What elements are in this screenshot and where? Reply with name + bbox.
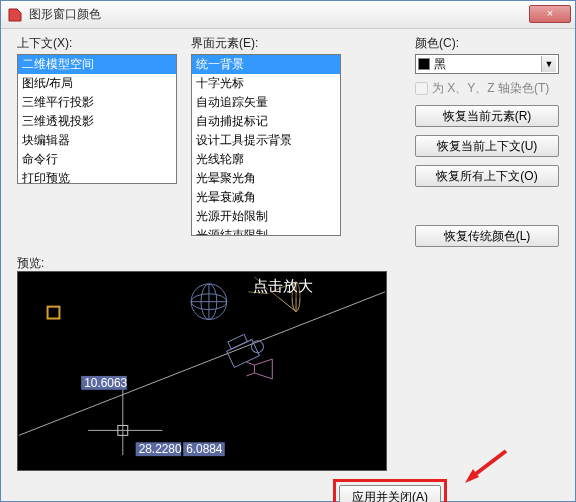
chevron-down-icon: ▼ — [541, 56, 556, 72]
tint-checkbox-row[interactable]: 为 X、Y、Z 轴染色(T) — [415, 80, 563, 97]
svg-text:10.6063: 10.6063 — [84, 376, 127, 390]
close-button[interactable]: × — [529, 5, 571, 23]
annotation-arrow-icon — [461, 449, 511, 489]
elements-listbox[interactable]: 统一背景十字光标自动追踪矢量自动捕捉标记设计工具提示背景光线轮廓光晕聚光角光晕衰… — [191, 54, 341, 236]
element-item[interactable]: 十字光标 — [192, 74, 340, 93]
element-item[interactable]: 自动捕捉标记 — [192, 112, 340, 131]
restore-legacy-button[interactable]: 恢复传统颜色(L) — [415, 225, 559, 247]
element-item[interactable]: 光源结束限制 — [192, 226, 340, 236]
titlebar: 图形窗口颜色 × — [1, 1, 575, 29]
color-label: 颜色(C): — [415, 35, 563, 52]
preview-label: 预览: — [17, 255, 44, 272]
preview-area: 10.6063 28.2280 6.0884 — [17, 271, 387, 471]
restore-context-button[interactable]: 恢复当前上下文(U) — [415, 135, 559, 157]
color-swatch — [418, 58, 430, 70]
element-item[interactable]: 光晕衰减角 — [192, 188, 340, 207]
window-title: 图形窗口颜色 — [29, 6, 569, 23]
restore-element-button[interactable]: 恢复当前元素(R) — [415, 105, 559, 127]
element-item[interactable]: 自动追踪矢量 — [192, 93, 340, 112]
context-label: 上下文(X): — [17, 35, 177, 52]
svg-text:28.2280: 28.2280 — [139, 442, 182, 456]
context-listbox[interactable]: 二维模型空间图纸/布局三维平行投影三维透视投影块编辑器命令行打印预览 — [17, 54, 177, 184]
context-item[interactable]: 打印预览 — [18, 169, 176, 184]
restore-all-button[interactable]: 恢复所有上下文(O) — [415, 165, 559, 187]
overlay-hint: 点击放大 — [249, 275, 317, 298]
element-item[interactable]: 光线轮廓 — [192, 150, 340, 169]
context-item[interactable]: 二维模型空间 — [18, 55, 176, 74]
context-item[interactable]: 三维平行投影 — [18, 93, 176, 112]
context-item[interactable]: 块编辑器 — [18, 131, 176, 150]
svg-line-0 — [19, 292, 385, 436]
svg-line-17 — [247, 373, 255, 376]
context-item[interactable]: 三维透视投影 — [18, 112, 176, 131]
element-item[interactable]: 光晕聚光角 — [192, 169, 340, 188]
svg-point-15 — [250, 339, 266, 355]
apply-close-button[interactable]: 应用并关闭(A) — [339, 485, 441, 502]
app-icon — [7, 7, 23, 23]
svg-rect-3 — [48, 307, 60, 319]
elements-label: 界面元素(E): — [191, 35, 341, 52]
svg-line-16 — [247, 362, 255, 365]
tint-checkbox — [415, 82, 428, 95]
context-item[interactable]: 图纸/布局 — [18, 74, 176, 93]
element-item[interactable]: 光源开始限制 — [192, 207, 340, 226]
element-item[interactable]: 统一背景 — [192, 55, 340, 74]
context-item[interactable]: 命令行 — [18, 150, 176, 169]
svg-text:6.0884: 6.0884 — [186, 442, 223, 456]
tint-label: 为 X、Y、Z 轴染色(T) — [432, 80, 549, 97]
color-combobox[interactable]: 黑 ▼ — [415, 54, 559, 74]
color-value: 黑 — [434, 56, 541, 73]
element-item[interactable]: 设计工具提示背景 — [192, 131, 340, 150]
